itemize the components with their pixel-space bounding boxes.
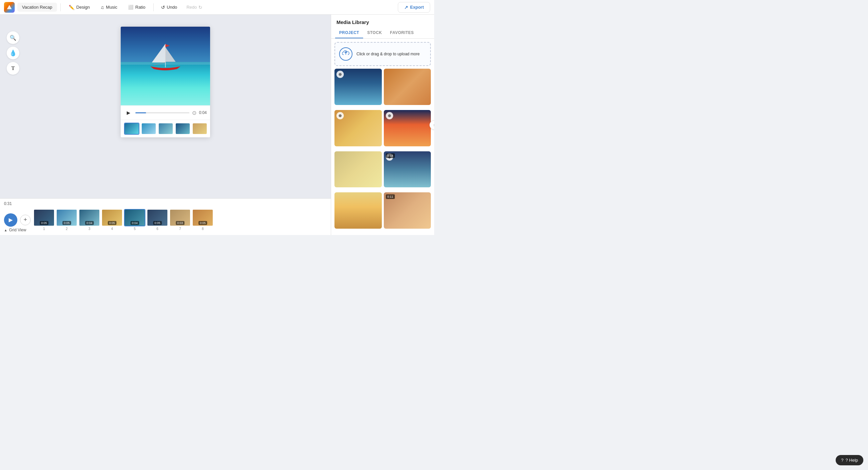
canvas-progress-fill bbox=[135, 112, 146, 113]
ratio-tab[interactable]: ⬜ Ratio bbox=[123, 3, 150, 12]
upload-text: Click or drag & drop to upload more bbox=[356, 51, 420, 57]
add-clip-button[interactable]: + bbox=[20, 215, 31, 225]
drop-tool-button[interactable]: 💧 bbox=[7, 47, 19, 59]
clip-number-4: 4 bbox=[111, 227, 113, 231]
main-layout: 🔍 💧 T bbox=[0, 15, 434, 235]
search-tool-button[interactable]: 🔍 bbox=[7, 31, 19, 44]
media-item-2[interactable] bbox=[384, 69, 431, 105]
media-grid: ⊕⊕⊕⊕0:180:11 bbox=[331, 69, 434, 235]
clip-duration-8: 0:05 bbox=[198, 221, 207, 225]
export-label: Export bbox=[410, 5, 424, 10]
design-tab[interactable]: ✏️ Design bbox=[64, 3, 94, 12]
clip-thumb-3: 0:04 bbox=[79, 209, 100, 226]
timeline-area: 0:31 ▲ Grid View ▶ + 0:0510:0520:0430:05… bbox=[0, 198, 331, 235]
media-item-7[interactable] bbox=[335, 192, 382, 229]
text-tool-button[interactable]: T bbox=[7, 62, 19, 75]
tab-project[interactable]: PROJECT bbox=[335, 28, 363, 38]
timeline-clip-4[interactable]: 0:054 bbox=[101, 209, 123, 231]
upload-zone[interactable]: Click or drag & drop to upload more bbox=[335, 42, 431, 66]
timeline-play-icon: ▶ bbox=[9, 217, 13, 223]
tab-stock[interactable]: STOCK bbox=[363, 28, 386, 38]
canvas-play-button[interactable]: ▶ bbox=[124, 108, 133, 117]
clip-duration-6: 0:05 bbox=[153, 221, 162, 225]
ratio-icon: ⬜ bbox=[128, 5, 133, 10]
project-name-tab[interactable]: Vacation Recap bbox=[17, 3, 57, 12]
timeline-clip-2[interactable]: 0:052 bbox=[56, 209, 78, 231]
timeline-clip-5[interactable]: 0:045 bbox=[124, 209, 145, 231]
clip-number-2: 2 bbox=[66, 227, 68, 231]
media-zoom-icon-3[interactable]: ⊕ bbox=[337, 112, 344, 119]
timeline-clip-6[interactable]: 0:056 bbox=[147, 209, 168, 231]
media-item-6[interactable]: ⊕0:18 bbox=[384, 151, 431, 188]
clip-thumb-1: 0:05 bbox=[33, 209, 55, 226]
undo-label: Undo bbox=[167, 5, 177, 10]
media-item-5[interactable] bbox=[335, 151, 382, 188]
filmstrip-thumb-1[interactable] bbox=[124, 123, 140, 135]
media-library: › Media Library PROJECT STOCK FAVORITES bbox=[331, 15, 434, 235]
timeline-clip-3[interactable]: 0:043 bbox=[79, 209, 100, 231]
design-label: Design bbox=[76, 5, 90, 10]
tab-favorites-label: FAVORITES bbox=[390, 30, 414, 35]
filmstrip bbox=[121, 120, 210, 137]
media-item-4[interactable]: ⊕ bbox=[384, 110, 431, 146]
timeline-play-button[interactable]: ▶ bbox=[4, 213, 17, 227]
media-duration-badge-8: 0:11 bbox=[386, 194, 395, 199]
horizon-line bbox=[121, 62, 210, 65]
media-item-8[interactable]: 0:11 bbox=[384, 192, 431, 229]
redo-button[interactable]: Redo ↻ bbox=[182, 3, 207, 12]
toolbar: Vacation Recap ✏️ Design ♫ Music ⬜ Ratio… bbox=[0, 0, 434, 15]
clip-duration-1: 0:05 bbox=[40, 221, 48, 225]
timeline-main-row: ▶ + 0:0510:0520:0430:0540:0450:0560:0370… bbox=[4, 209, 327, 231]
undo-button[interactable]: ↺ Undo bbox=[157, 3, 181, 12]
media-zoom-icon-4[interactable]: ⊕ bbox=[386, 112, 393, 119]
timeline-clip-8[interactable]: 0:058 bbox=[192, 209, 213, 231]
media-library-header: Media Library bbox=[331, 15, 434, 25]
media-zoom-icon-1[interactable]: ⊕ bbox=[337, 71, 344, 78]
project-name-label: Vacation Recap bbox=[22, 5, 52, 10]
svg-marker-2 bbox=[152, 44, 165, 62]
clip-number-8: 8 bbox=[202, 227, 204, 231]
video-container: ▶ ⊙ 0:04 bbox=[121, 27, 210, 137]
clip-duration-5: 0:04 bbox=[130, 221, 139, 225]
export-button[interactable]: ↗ Export bbox=[398, 2, 430, 13]
filmstrip-thumb-5[interactable] bbox=[192, 123, 208, 135]
clip-duration-2: 0:05 bbox=[62, 221, 71, 225]
clip-number-3: 3 bbox=[88, 227, 90, 231]
timeline-clip-1[interactable]: 0:051 bbox=[33, 209, 55, 231]
tools-panel: 🔍 💧 T bbox=[7, 31, 19, 75]
redo-label: Redo bbox=[186, 5, 197, 10]
redo-icon: ↻ bbox=[198, 5, 203, 10]
filmstrip-thumb-4[interactable] bbox=[175, 123, 190, 135]
timer-icon[interactable]: ⊙ bbox=[192, 110, 196, 116]
app-logo[interactable] bbox=[4, 2, 15, 13]
svg-marker-0 bbox=[7, 5, 12, 9]
clip-thumb-8: 0:05 bbox=[192, 209, 213, 226]
grid-view-label: Grid View bbox=[9, 228, 26, 232]
toolbar-divider-2 bbox=[153, 3, 154, 11]
filmstrip-thumb-bg-4 bbox=[176, 123, 190, 134]
tab-favorites[interactable]: FAVORITES bbox=[386, 28, 418, 38]
clip-thumb-4: 0:05 bbox=[101, 209, 123, 226]
filmstrip-thumb-2[interactable] bbox=[141, 123, 156, 135]
media-item-bg-7 bbox=[335, 192, 382, 229]
grid-view-toggle[interactable]: ▲ Grid View bbox=[4, 228, 26, 232]
media-tabs: PROJECT STOCK FAVORITES bbox=[331, 28, 434, 39]
text-tool-icon: T bbox=[11, 65, 15, 71]
music-label: Music bbox=[106, 5, 117, 10]
timeline-clip-7[interactable]: 0:037 bbox=[169, 209, 191, 231]
chevron-right-icon: › bbox=[434, 123, 434, 127]
video-frame bbox=[121, 27, 210, 105]
search-tool-icon: 🔍 bbox=[10, 35, 16, 41]
filmstrip-thumb-3[interactable] bbox=[158, 123, 174, 135]
timeline-clips: 0:0510:0520:0430:0540:0450:0560:0370:058 bbox=[33, 209, 327, 231]
video-controls: ▶ ⊙ 0:04 bbox=[121, 105, 210, 120]
media-item-3[interactable]: ⊕ bbox=[335, 110, 382, 146]
music-tab[interactable]: ♫ Music bbox=[96, 3, 122, 12]
canvas-progress-bar[interactable] bbox=[135, 112, 189, 113]
add-clip-icon: + bbox=[24, 216, 27, 223]
upload-icon-wrap bbox=[339, 47, 352, 61]
filmstrip-thumb-bg-2 bbox=[142, 123, 156, 134]
drop-tool-icon: 💧 bbox=[9, 49, 17, 57]
media-item-1[interactable]: ⊕ bbox=[335, 69, 382, 105]
canvas-play-icon: ▶ bbox=[127, 110, 130, 115]
